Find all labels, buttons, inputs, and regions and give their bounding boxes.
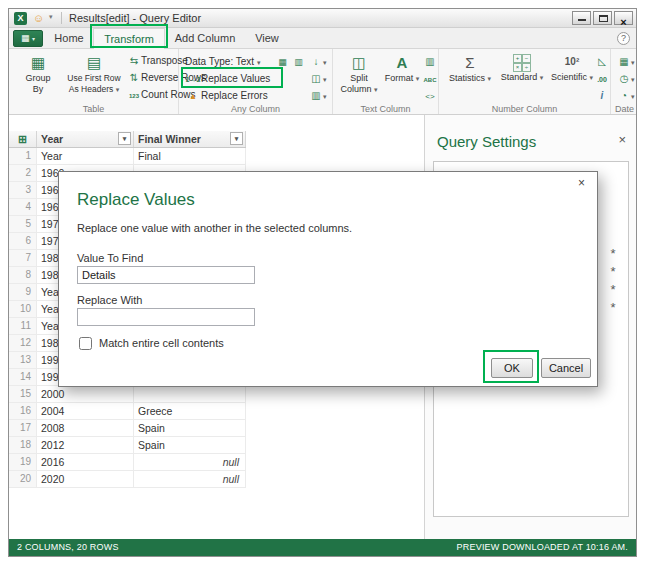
cell-year[interactable]: 2000: [37, 386, 134, 403]
cell-year[interactable]: 2020: [37, 471, 134, 488]
row-number[interactable]: 3: [9, 182, 37, 199]
replace-values-button[interactable]: 1→2Replace Values: [185, 71, 270, 87]
replace-errors-button[interactable]: ▲Replace Errors: [185, 88, 268, 104]
cell-year[interactable]: 2016: [37, 454, 134, 471]
value-to-find-input[interactable]: [77, 266, 255, 284]
cell-final-winner[interactable]: Spain: [134, 437, 246, 454]
match-entire-cell-checkbox[interactable]: [79, 337, 92, 350]
cell-year[interactable]: 2012: [37, 437, 134, 454]
data-type-button[interactable]: Data Type: Text ▾: [185, 54, 260, 70]
help-button[interactable]: ?: [617, 32, 630, 45]
query-settings-close-button[interactable]: ×: [618, 133, 626, 147]
scientific-button[interactable]: 10² Scientific ▾: [549, 52, 595, 104]
tab-view[interactable]: View: [245, 28, 289, 49]
row-number[interactable]: 10: [9, 301, 37, 318]
pivot-caret-icon: ▾: [323, 76, 327, 83]
extract-button[interactable]: ABC: [423, 71, 437, 87]
row-number[interactable]: 12: [9, 335, 37, 352]
maximize-button[interactable]: [593, 11, 612, 25]
parse-button[interactable]: <>: [423, 88, 437, 104]
time-button[interactable]: ◷▾: [617, 71, 635, 87]
row-number[interactable]: 15: [9, 386, 37, 403]
minimize-button[interactable]: [572, 11, 591, 25]
tab-home[interactable]: Home: [45, 28, 93, 49]
row-number[interactable]: 9: [9, 284, 37, 301]
row-number[interactable]: 17: [9, 420, 37, 437]
trigonometry-button[interactable]: ◺: [595, 54, 609, 70]
feedback-caret-icon[interactable]: ▾: [49, 13, 53, 21]
row-number[interactable]: 20: [9, 471, 37, 488]
row-number[interactable]: 6: [9, 233, 37, 250]
row-number[interactable]: 2: [9, 165, 37, 182]
table-row[interactable]: 20 2020 null: [9, 471, 246, 488]
row-number[interactable]: 13: [9, 352, 37, 369]
step-gear-icon[interactable]: *: [606, 264, 620, 279]
pivot-column-button[interactable]: ◫▾: [309, 71, 327, 87]
replace-values-label: Replace Values: [201, 73, 270, 84]
row-number[interactable]: 19: [9, 454, 37, 471]
statistics-icon: Σ: [445, 53, 495, 73]
final-winner-filter-button[interactable]: ▾: [230, 132, 243, 145]
detect-data-type-button[interactable]: ▦: [275, 54, 290, 70]
information-icon: i: [595, 88, 609, 104]
standard-button[interactable]: +−×÷ Standard ▾: [497, 52, 547, 104]
file-menu-button[interactable]: ▦ ▾: [13, 30, 43, 47]
cell-final-winner[interactable]: Final: [134, 148, 246, 165]
tab-transform[interactable]: Transform: [93, 28, 165, 50]
cell-final-winner[interactable]: null: [134, 454, 246, 471]
duration-button[interactable]: ◔▾: [617, 88, 635, 104]
cell-year[interactable]: 2008: [37, 420, 134, 437]
rename-columns-button[interactable]: ▥: [291, 54, 306, 70]
table-row[interactable]: 17 2008 Spain: [9, 420, 246, 437]
cell-final-winner[interactable]: [134, 386, 246, 403]
standard-label: Standard: [501, 72, 538, 82]
row-number[interactable]: 7: [9, 250, 37, 267]
statistics-button[interactable]: Σ Statistics ▾: [445, 52, 495, 104]
step-gear-icon[interactable]: *: [606, 282, 620, 297]
use-first-row-button[interactable]: ▤ Use First Row As Headers ▾: [63, 52, 125, 104]
table-menu-button[interactable]: ⊞: [9, 131, 37, 147]
row-number[interactable]: 8: [9, 267, 37, 284]
cell-final-winner[interactable]: Spain: [134, 420, 246, 437]
step-gear-icon[interactable]: *: [606, 246, 620, 261]
replace-with-label: Replace With: [77, 294, 142, 306]
cancel-button[interactable]: Cancel: [541, 358, 591, 378]
ok-button[interactable]: OK: [491, 358, 533, 378]
cell-final-winner[interactable]: Greece: [134, 403, 246, 420]
rounding-button[interactable]: .00: [595, 71, 609, 87]
close-button[interactable]: ×: [614, 11, 633, 25]
row-number[interactable]: 11: [9, 318, 37, 335]
smiley-feedback-icon[interactable]: ☺: [33, 11, 44, 26]
information-button[interactable]: i: [595, 88, 609, 104]
fill-button[interactable]: ↓▾: [309, 54, 327, 70]
merge-columns-button[interactable]: ▥: [423, 54, 437, 70]
table-row[interactable]: 15 2000: [9, 386, 246, 403]
date-button[interactable]: ▦▾: [617, 54, 635, 70]
tab-add-column[interactable]: Add Column: [165, 28, 245, 49]
column-header-final-winner[interactable]: Final Winner▾: [134, 131, 246, 147]
table-row[interactable]: 18 2012 Spain: [9, 437, 246, 454]
row-number[interactable]: 1: [9, 148, 37, 165]
row-number[interactable]: 16: [9, 403, 37, 420]
row-number[interactable]: 5: [9, 216, 37, 233]
group-by-icon: ▦: [15, 53, 61, 73]
row-number[interactable]: 4: [9, 199, 37, 216]
group-by-button[interactable]: ▦ Group By: [15, 52, 61, 104]
unpivot-columns-button[interactable]: ▥▾: [309, 88, 327, 104]
table-row[interactable]: 19 2016 null: [9, 454, 246, 471]
cell-final-winner[interactable]: null: [134, 471, 246, 488]
dialog-close-button[interactable]: ×: [578, 176, 585, 190]
column-header-year[interactable]: Year▾: [37, 131, 134, 147]
row-number[interactable]: 18: [9, 437, 37, 454]
row-number[interactable]: 14: [9, 369, 37, 386]
replace-with-input[interactable]: [77, 308, 255, 326]
query-editor-window: X ☺ ▾ Results[edit] - Query Editor × ▦ ▾…: [8, 8, 637, 557]
split-column-button[interactable]: ◫ Split Column ▾: [337, 52, 381, 104]
cell-year[interactable]: 2004: [37, 403, 134, 420]
format-button[interactable]: A Format ▾: [383, 52, 421, 104]
year-filter-button[interactable]: ▾: [118, 132, 131, 145]
cell-year[interactable]: Year: [37, 148, 134, 165]
table-row[interactable]: 16 2004 Greece: [9, 403, 246, 420]
step-gear-icon[interactable]: *: [606, 300, 620, 315]
table-row[interactable]: 1 Year Final: [9, 148, 246, 165]
